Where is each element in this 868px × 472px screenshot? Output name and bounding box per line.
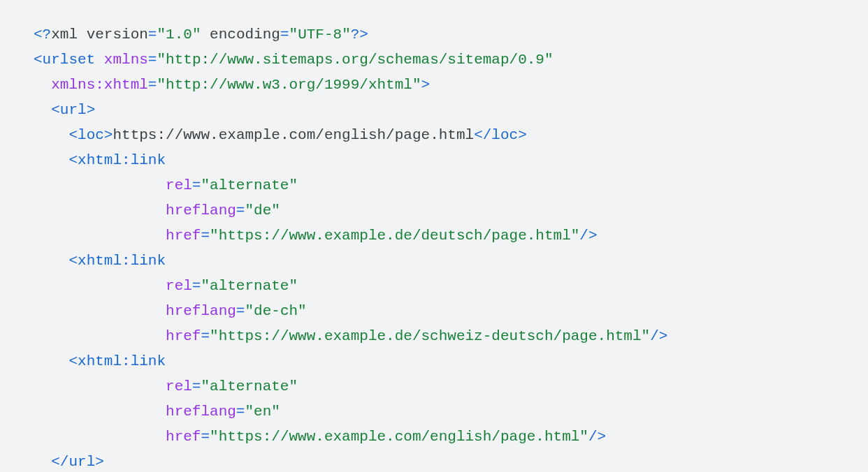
attr-xmlns: xmlns: [104, 52, 148, 68]
tag-xhtml-link-1: xhtml:link: [78, 152, 166, 168]
attr-href-3: href: [166, 429, 201, 445]
attr-rel-3: rel: [166, 378, 192, 394]
val-href-1: "https://www.example.de/deutsch/page.htm…: [210, 228, 579, 244]
attr-rel-2: rel: [166, 278, 192, 294]
tag-loc-open: loc: [78, 127, 104, 143]
val-encoding: "UTF-8": [289, 27, 351, 43]
attr-hreflang-2: hreflang: [166, 303, 236, 319]
xml-decl: xml: [51, 27, 78, 43]
val-rel-2: "alternate": [201, 278, 298, 294]
xml-code-block: <?xml version="1.0" encoding="UTF-8"?> <…: [0, 0, 868, 472]
attr-rel-1: rel: [166, 177, 192, 193]
val-hreflang-2: "de-ch": [245, 303, 306, 319]
val-href-2: "https://www.example.de/schweiz-deutsch/…: [210, 328, 650, 344]
attr-version: version: [87, 27, 148, 43]
attr-href-2: href: [166, 328, 201, 344]
val-xmlns: "http://www.sitemaps.org/schemas/sitemap…: [157, 52, 553, 68]
tag-url-close: url: [68, 454, 95, 470]
attr-hreflang-3: hreflang: [166, 404, 236, 420]
attr-hreflang-1: hreflang: [166, 202, 236, 219]
val-rel-1: "alternate": [201, 177, 298, 193]
val-version: "1.0": [157, 27, 201, 43]
text-loc: https://www.example.com/english/page.htm…: [113, 127, 474, 143]
val-rel-3: "alternate": [201, 378, 298, 394]
tag-url-open: url: [60, 102, 87, 118]
val-href-3: "https://www.example.com/english/page.ht…: [210, 429, 588, 445]
attr-href-1: href: [166, 228, 201, 244]
tag-xhtml-link-2: xhtml:link: [78, 253, 166, 269]
tag-xhtml-link-3: xhtml:link: [78, 353, 166, 369]
tag-loc-close: loc: [491, 127, 518, 143]
attr-encoding: encoding: [210, 27, 280, 43]
val-hreflang-1: "de": [245, 202, 280, 219]
val-hreflang-3: "en": [245, 404, 280, 420]
attr-xmlns-xhtml: xmlns:xhtml: [51, 77, 148, 93]
tag-urlset-open: urlset: [43, 52, 96, 68]
val-xmlns-xhtml: "http://www.w3.org/1999/xhtml": [157, 77, 421, 93]
